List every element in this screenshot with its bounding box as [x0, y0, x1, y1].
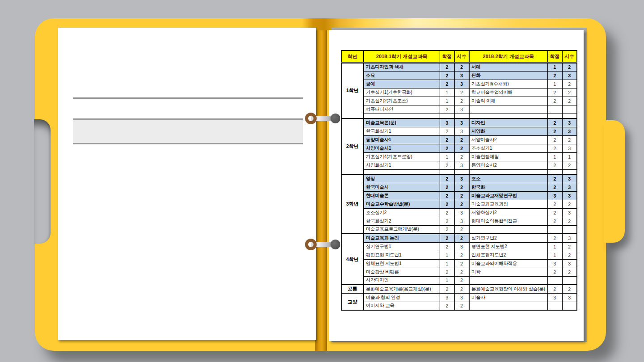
course-name-cell: 디자인 — [469, 118, 547, 127]
course-row: 소묘23판화23 — [341, 71, 577, 80]
course-row: 실기연구법123평면표현 지도법212 — [341, 242, 577, 251]
credit-cell: 2 — [547, 183, 562, 191]
course-name-cell — [469, 114, 547, 118]
course-row: 이미지와 교육22 — [341, 302, 577, 310]
hours-cell: 2 — [562, 88, 577, 97]
hours-cell: 3 — [454, 161, 469, 169]
credit-cell: 3 — [440, 293, 454, 302]
credit-cell: 2 — [547, 234, 562, 242]
course-name-cell: 서양미술사2 — [469, 135, 547, 144]
course-row: 동양미술사122서양미술사222 — [341, 135, 577, 144]
course-name-cell: 실기연구법1 — [364, 242, 440, 251]
hours-cell: 2 — [562, 251, 577, 259]
course-row: 공통문화예술교육개론(음교개설)(문)22문화예술교육현장의 이해와 실습(문)… — [341, 285, 577, 293]
credit-cell: 1 — [440, 259, 454, 268]
scene-background: 학년 2018-1학기 개설교과목 학점 시수 2018-2학기 개설교과목 학… — [0, 0, 644, 362]
folder-left-notch — [34, 119, 51, 244]
credit-cell: 2 — [547, 285, 562, 293]
credit-cell: 2 — [440, 302, 454, 310]
column-header-s2-hours: 시수 — [562, 51, 577, 63]
credit-cell: 2 — [547, 268, 562, 276]
credit-cell: 1 — [547, 242, 562, 251]
course-row: 기초실기2(기초조소)12미술의 이해22 — [341, 97, 577, 105]
hours-cell: 3 — [454, 80, 469, 88]
credit-cell: 1 — [440, 88, 454, 97]
credit-cell: 3 — [547, 259, 562, 268]
course-name-cell: 현대미술의통합적접근 — [469, 217, 547, 225]
credit-cell — [440, 169, 454, 174]
course-name-cell: 미술교수학습방법(문) — [364, 200, 440, 208]
course-row: 입체표현 지도법112미술교과의이해와적용33 — [341, 259, 577, 268]
course-name-cell: 현대미술론 — [364, 191, 440, 200]
credit-cell: 2 — [440, 268, 454, 276]
column-header-s1-hours: 시수 — [454, 51, 469, 63]
credit-cell: 2 — [547, 71, 562, 80]
course-row: 4학년미술교육과 논리22실기연구법223 — [341, 234, 577, 242]
hours-cell: 3 — [562, 208, 577, 217]
course-name-cell: 조소 — [469, 174, 547, 183]
hours-cell: 2 — [562, 242, 577, 251]
credit-cell — [547, 169, 562, 174]
spacer-row — [341, 169, 577, 174]
course-name-cell: 기초실기2(기초조소) — [364, 97, 440, 105]
clip-knob — [330, 114, 340, 123]
credit-cell: 2 — [440, 71, 454, 80]
course-name-cell: 미술교육론(문) — [364, 118, 440, 127]
hours-cell: 2 — [454, 268, 469, 276]
credit-cell: 3 — [440, 118, 454, 127]
title-rule-line — [73, 97, 303, 99]
left-page — [58, 28, 316, 340]
course-name-cell: 미술과 창의 인성 — [364, 293, 440, 302]
course-name-cell: 한국미술사 — [364, 183, 440, 191]
grade-cell: 3학년 — [341, 174, 364, 234]
hours-cell: 3 — [562, 71, 577, 80]
credit-cell: 2 — [547, 200, 562, 208]
course-name-cell: 기초실기4(기초드로잉) — [364, 152, 440, 161]
credit-cell: 2 — [547, 144, 562, 152]
credit-cell: 2 — [440, 105, 454, 114]
hours-cell: 2 — [562, 135, 577, 144]
course-name-cell: 미술사 — [469, 293, 547, 302]
course-name-cell: 미술교과교육과정 — [469, 200, 547, 208]
hours-cell — [562, 225, 577, 234]
table-header-row: 학년 2018-1학기 개설교과목 학점 시수 2018-2학기 개설교과목 학… — [341, 51, 577, 63]
course-name-cell: 서예 — [469, 63, 547, 71]
course-name-cell: 평면표현 지도법1 — [364, 251, 440, 259]
hours-cell: 3 — [562, 259, 577, 268]
credit-cell: 2 — [440, 174, 454, 183]
course-name-cell: 컴퓨터디자인 — [364, 105, 440, 114]
course-name-cell: 서양화실기2 — [469, 208, 547, 217]
credit-cell: 2 — [440, 191, 454, 200]
credit-cell: 1 — [547, 251, 562, 259]
hours-cell: 2 — [454, 225, 469, 234]
credit-cell: 2 — [440, 80, 454, 88]
hours-cell: 2 — [562, 161, 577, 169]
credit-cell — [547, 225, 562, 234]
course-row: 미술교수학습방법(문)22미술교과교육과정22 — [341, 200, 577, 208]
course-name-cell — [469, 225, 547, 234]
hours-cell: 3 — [562, 144, 577, 152]
course-name-cell: 미술감상 비평론 — [364, 268, 440, 276]
course-name-cell: 한국화 — [469, 183, 547, 191]
credit-cell: 2 — [440, 135, 454, 144]
hours-cell: 3 — [562, 118, 577, 127]
credit-cell: 2 — [440, 161, 454, 169]
folder-right-tab — [604, 120, 625, 243]
course-name-cell: 영상 — [364, 174, 440, 183]
credit-cell: 2 — [547, 217, 562, 225]
credit-cell: 1 — [547, 80, 562, 88]
hours-cell: 2 — [562, 200, 577, 208]
course-name-cell — [469, 276, 547, 285]
credit-cell: 1 — [547, 63, 562, 71]
course-table-wrap: 학년 2018-1학기 개설교과목 학점 시수 2018-2학기 개설교과목 학… — [341, 50, 577, 311]
hours-cell: 3 — [562, 234, 577, 242]
hours-cell: 3 — [454, 118, 469, 127]
hours-cell: 2 — [562, 80, 577, 88]
course-row: 미술교육프로그램개발(문)22 — [341, 225, 577, 234]
clip-ring — [305, 113, 317, 124]
credit-cell: 2 — [440, 144, 454, 152]
column-header-s1-credit: 학점 — [440, 51, 454, 63]
hours-cell — [562, 276, 577, 285]
course-name-cell: 기초실기3(수채화) — [469, 80, 547, 88]
course-name-cell: 평면표현 지도법2 — [469, 242, 547, 251]
